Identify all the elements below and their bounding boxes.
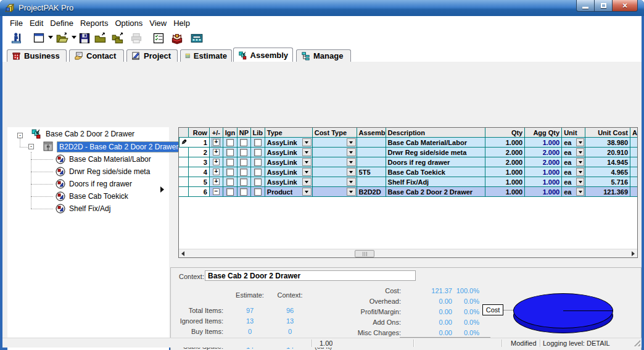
grid-row[interactable]: 4+AssyLink5T5Base Cab Toekick1.0001.000e… [179, 167, 637, 177]
agg-qty-cell[interactable]: 1.000 [525, 177, 562, 186]
ignore-checkbox[interactable] [226, 149, 234, 156]
qty-cell[interactable]: 1.000 [485, 167, 525, 177]
agg-qty-cell[interactable]: 2.000 [525, 148, 562, 157]
assembly-cell[interactable] [357, 148, 386, 157]
unit-cost-cell[interactable]: 5.716 [585, 177, 630, 186]
lib-checkbox[interactable] [254, 149, 262, 156]
np-checkbox[interactable] [240, 178, 247, 186]
cost-type-cell[interactable] [313, 177, 357, 186]
tab-assembly[interactable]: Assembly [233, 48, 293, 62]
scrollbar-thumb[interactable] [355, 250, 374, 257]
agg-qty-cell[interactable]: 1.000 [525, 138, 562, 147]
unit-cell[interactable]: ea [562, 157, 585, 167]
resize-grip-icon[interactable] [634, 340, 640, 346]
unit-cell[interactable]: ea [562, 187, 585, 196]
unit-cost-cell[interactable]: 14.945 [585, 157, 630, 167]
unit-dropdown-icon[interactable] [576, 138, 584, 146]
tree-item[interactable]: Base Cab Toekick [69, 192, 128, 201]
menu-define[interactable]: Define [50, 19, 73, 28]
unit-dropdown-icon[interactable] [576, 158, 584, 166]
grid-row[interactable]: 3+AssyLinkDoors if reg drawer2.0002.000e… [179, 157, 637, 167]
menu-help[interactable]: Help [173, 19, 190, 28]
scroll-right-button[interactable] [629, 250, 637, 257]
print-button[interactable] [130, 31, 143, 45]
assembly-cell[interactable]: B2D2D [357, 187, 386, 196]
expand-row-button[interactable]: + [213, 169, 220, 175]
lib-checkbox[interactable] [254, 178, 262, 186]
np-checkbox[interactable] [240, 149, 247, 156]
tab-manage[interactable]: Manage [296, 49, 351, 62]
cost-type-cell[interactable] [313, 138, 357, 147]
expand-row-button[interactable]: + [213, 159, 220, 165]
open-button[interactable] [56, 31, 69, 45]
unit-dropdown-icon[interactable] [576, 148, 584, 156]
tree-root-label[interactable]: Base Cab 2 Door 2 Drawer [46, 130, 134, 138]
open-dropdown-icon[interactable] [72, 36, 76, 39]
unit-cost-cell[interactable]: 38.980 [585, 138, 630, 147]
title-bar[interactable]: ProjectPAK Pro ✕ [0, 0, 644, 16]
menu-reports[interactable]: Reports [80, 19, 109, 28]
cost-type-dropdown-icon[interactable] [347, 188, 356, 196]
cost-type-dropdown-icon[interactable] [347, 138, 356, 146]
tab-contact[interactable]: Contact [69, 49, 124, 62]
type-cell[interactable]: AssyLink [265, 167, 313, 177]
tree-item[interactable]: Base Cab Material/Labor [69, 155, 151, 164]
close-all-folders-button[interactable] [111, 31, 125, 45]
grid-row[interactable]: 2+AssyLinkDrwr Reg side/side meta2.0002.… [179, 148, 637, 157]
type-dropdown-icon[interactable] [302, 188, 312, 196]
grid-hscrollbar[interactable] [179, 249, 637, 257]
collapse-root-icon[interactable]: - [17, 133, 23, 138]
unit-cost-cell[interactable]: 4.965 [585, 167, 630, 177]
assembly-cell[interactable]: 5T5 [357, 167, 386, 177]
cost-type-dropdown-icon[interactable] [347, 148, 356, 156]
agg-qty-cell[interactable]: 1.000 [525, 167, 562, 177]
description-cell[interactable]: Base Cab Material/Labor [386, 138, 486, 147]
exit-button[interactable] [10, 31, 23, 45]
scroll-left-button[interactable] [179, 250, 187, 257]
type-dropdown-icon[interactable] [302, 158, 312, 166]
tree-item[interactable]: Drwr Reg side/side meta [69, 167, 150, 176]
qty-cell[interactable]: 2.000 [485, 148, 525, 157]
lib-checkbox[interactable] [254, 188, 262, 196]
agg-qty-cell[interactable]: 2.000 [525, 157, 562, 167]
np-checkbox[interactable] [240, 169, 247, 176]
unit-cell[interactable]: ea [562, 177, 585, 186]
new-window-dropdown-icon[interactable] [48, 36, 53, 39]
tree-item[interactable]: Doors if reg drawer [69, 180, 132, 188]
collapse-product-icon[interactable]: - [28, 144, 34, 149]
cost-type-dropdown-icon[interactable] [347, 158, 356, 166]
contacts-button[interactable] [170, 31, 184, 45]
save-button[interactable] [78, 31, 91, 45]
type-dropdown-icon[interactable] [302, 138, 312, 146]
description-cell[interactable]: Drwr Reg side/side meta [386, 148, 486, 157]
np-checkbox[interactable] [240, 159, 247, 166]
type-cell[interactable]: AssyLink [265, 177, 313, 186]
unit-cell[interactable]: ea [562, 148, 585, 157]
agg-qty-cell[interactable]: 1.000 [525, 187, 562, 196]
new-window-button[interactable] [32, 31, 46, 45]
ignore-checkbox[interactable] [226, 178, 234, 186]
calculator-button[interactable] [190, 31, 204, 45]
type-cell[interactable]: AssyLink [265, 157, 313, 167]
type-dropdown-icon[interactable] [302, 168, 312, 176]
qty-cell[interactable]: 2.000 [485, 157, 525, 167]
assembly-cell[interactable] [357, 157, 386, 167]
unit-dropdown-icon[interactable] [576, 188, 584, 196]
ignore-checkbox[interactable] [226, 188, 234, 196]
lib-checkbox[interactable] [254, 169, 262, 176]
description-cell[interactable]: Doors if reg drawer [386, 157, 486, 167]
menu-options[interactable]: Options [115, 19, 142, 28]
tab-project[interactable]: Project [126, 49, 178, 62]
cost-type-cell[interactable] [313, 148, 357, 157]
ignore-checkbox[interactable] [226, 159, 234, 166]
expand-row-button[interactable]: + [213, 139, 220, 146]
type-cell[interactable]: AssyLink [265, 138, 313, 147]
lib-checkbox[interactable] [254, 159, 262, 166]
description-cell[interactable]: Shelf Fix/Adj [386, 177, 486, 186]
type-cell[interactable]: Product [265, 187, 313, 196]
np-checkbox[interactable] [240, 139, 247, 146]
np-checkbox[interactable] [240, 188, 247, 196]
menu-file[interactable]: File [10, 19, 23, 28]
cost-type-cell[interactable] [313, 167, 357, 177]
context-field[interactable]: Base Cab 2 Door 2 Drawer [205, 270, 416, 281]
